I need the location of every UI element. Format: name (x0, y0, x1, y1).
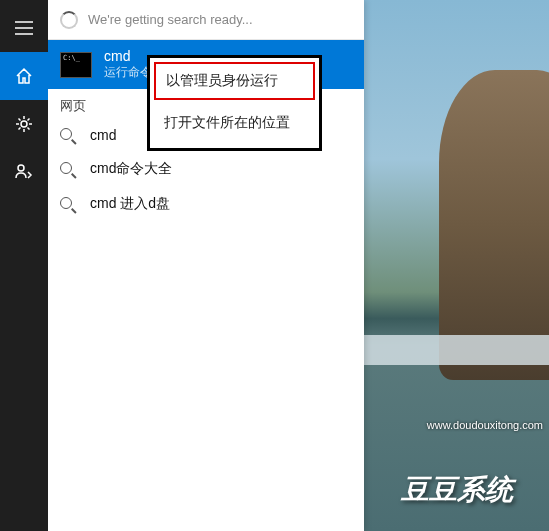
run-as-admin-item[interactable]: 以管理员身份运行 (154, 62, 315, 100)
web-result-label: cmd命令大全 (90, 160, 172, 179)
open-file-location-item[interactable]: 打开文件所在的位置 (150, 104, 319, 142)
web-result-label: cmd (90, 127, 116, 144)
web-result-label: cmd 进入d盘 (90, 195, 170, 214)
loading-icon (60, 11, 78, 29)
brand-text: 豆豆系统 (401, 471, 513, 509)
search-icon (60, 197, 76, 213)
context-menu: 以管理员身份运行 打开文件所在的位置 (147, 55, 322, 151)
search-icon (60, 128, 76, 144)
svg-point-1 (18, 165, 24, 171)
web-result-item[interactable]: cmd命令大全 (48, 152, 364, 187)
svg-point-0 (21, 121, 27, 127)
best-match-title: cmd (104, 48, 152, 64)
wallpaper-cliff (439, 70, 549, 380)
feedback-button[interactable] (0, 148, 48, 196)
settings-button[interactable] (0, 100, 48, 148)
search-header: We're getting search ready... (48, 0, 364, 40)
home-button[interactable] (0, 52, 48, 100)
best-match-subtitle: 运行命令 (104, 64, 152, 81)
wallpaper-foam (364, 335, 549, 365)
watermark-text: www.doudouxitong.com (427, 419, 543, 431)
cortana-sidebar (0, 0, 48, 531)
desktop-wallpaper: www.doudouxitong.com 豆豆系统 (364, 0, 549, 531)
menu-button[interactable] (0, 4, 48, 52)
web-result-item[interactable]: cmd 进入d盘 (48, 187, 364, 222)
cmd-icon (60, 52, 92, 78)
search-icon (60, 162, 76, 178)
search-status-text: We're getting search ready... (88, 12, 253, 27)
